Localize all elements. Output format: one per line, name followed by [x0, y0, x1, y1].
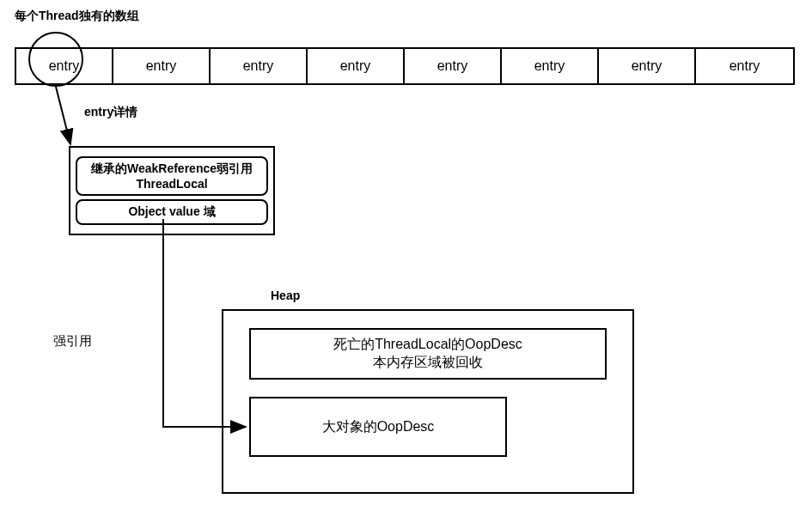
array-cell: entry — [308, 49, 405, 83]
strong-ref-label: 强引用 — [53, 333, 92, 350]
thread-array: entry entry entry entry entry entry entr… — [15, 47, 795, 85]
heap-label: Heap — [271, 289, 300, 302]
array-cell: entry — [696, 49, 793, 83]
entry-detail-box: 继承的WeakReference弱引用 ThreadLocal Object v… — [69, 146, 275, 235]
array-cell: entry — [113, 49, 211, 83]
array-cell: entry — [599, 49, 696, 83]
heap-dead-line1: 死亡的ThreadLocal的OopDesc — [333, 336, 522, 354]
array-cell: entry — [211, 49, 308, 83]
entry-highlight-circle — [28, 32, 83, 87]
entry-field-line2: ThreadLocal — [84, 177, 259, 191]
heap-dead-line2: 本内存区域被回收 — [373, 354, 483, 372]
heap-box: 死亡的ThreadLocal的OopDesc 本内存区域被回收 大对象的OopD… — [222, 309, 634, 494]
arrow-entry-to-detail — [56, 87, 70, 144]
diagram-title: 每个Thread独有的数组 — [15, 9, 139, 24]
entry-detail-label: entry详情 — [84, 105, 137, 120]
heap-big-object: 大对象的OopDesc — [249, 397, 507, 457]
array-cell: entry — [502, 49, 599, 83]
array-cell: entry — [405, 49, 502, 83]
entry-field-weakref: 继承的WeakReference弱引用 ThreadLocal — [76, 156, 268, 196]
heap-dead-threadlocal: 死亡的ThreadLocal的OopDesc 本内存区域被回收 — [249, 328, 607, 380]
entry-field-value: Object value 域 — [76, 199, 268, 225]
entry-field-line1: 继承的WeakReference弱引用 — [84, 161, 259, 177]
